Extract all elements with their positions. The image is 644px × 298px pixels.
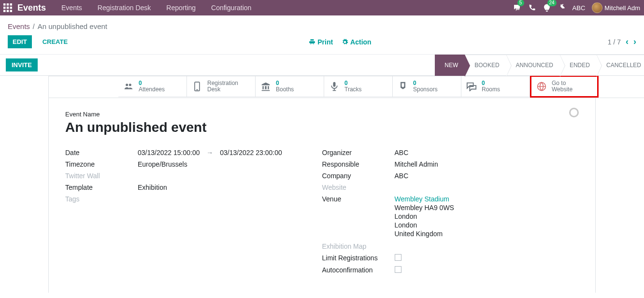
stat-tracks[interactable]: 0Tracks [324, 76, 393, 97]
messaging-badge: 5 [517, 0, 524, 6]
website-value [395, 184, 579, 191]
tags-value [138, 195, 322, 203]
twitter-wall-value [138, 172, 322, 180]
status-row: INVITE NEW BOOKED ANNOUNCED ENDED CANCEL… [0, 55, 644, 76]
stage-bar: NEW BOOKED ANNOUNCED ENDED CANCELLED [435, 55, 644, 76]
stat-booths[interactable]: 0Booths [256, 76, 324, 97]
stat-attendees-label: Attendees [139, 86, 165, 93]
edit-button[interactable]: EDIT [8, 35, 32, 48]
company-value[interactable]: ABC [395, 172, 579, 180]
breadcrumb-current: An unpublished event [38, 22, 107, 30]
users-icon [123, 82, 134, 91]
template-label: Template [65, 184, 138, 191]
autoconfirmation-checkbox[interactable] [395, 266, 401, 273]
bank-icon [260, 82, 271, 91]
stage-new[interactable]: NEW [435, 55, 465, 76]
phone-icon[interactable] [528, 4, 536, 12]
create-button[interactable]: CREATE [38, 35, 72, 48]
badge-icon [398, 82, 408, 91]
limit-registrations-label: Limit Registrations [322, 254, 395, 262]
microphone-icon [329, 82, 340, 91]
invite-button[interactable]: INVITE [6, 58, 38, 71]
arrow-right-icon: → [206, 149, 213, 156]
action-center: Print Action [309, 38, 371, 46]
exhibition-map-label: Exhibition Map [322, 242, 395, 250]
activities-badge: 24 [547, 0, 557, 6]
company-label: Company [322, 172, 395, 180]
responsible-value[interactable]: Mitchell Admin [395, 160, 579, 168]
apps-icon[interactable] [0, 0, 15, 15]
top-nav-right: 5 24 ABC Mitchell Adm [513, 2, 644, 13]
svg-rect-6 [3, 10, 6, 13]
organizer-value[interactable]: ABC [395, 149, 579, 156]
stage-ended[interactable]: ENDED [560, 55, 597, 76]
stat-rooms[interactable]: 0Rooms [461, 76, 530, 97]
svg-rect-1 [7, 3, 9, 6]
nav-item-configuration[interactable]: Configuration [203, 4, 259, 12]
pager-prev[interactable]: ‹ [626, 37, 629, 47]
stat-regdesk-l2: Desk [207, 86, 238, 93]
stat-sponsors[interactable]: 0Sponsors [393, 76, 461, 97]
col-left: Date 03/13/2022 15:00:00 → 03/13/2022 23… [65, 149, 322, 278]
autoconfirmation-label: Autoconfirmation [322, 266, 395, 274]
stat-registration-desk[interactable]: RegistrationDesk [187, 76, 256, 97]
app-title[interactable]: Events [15, 3, 54, 13]
print-button[interactable]: Print [309, 38, 333, 46]
venue-value: Wembley Stadium Wembley HA9 0WS London L… [395, 195, 579, 239]
date-start: 03/13/2022 15:00:00 [138, 149, 200, 156]
responsible-label: Responsible [322, 160, 395, 168]
svg-rect-5 [10, 7, 13, 9]
pager: 1 / 7 ‹ › [608, 37, 636, 47]
comments-icon [466, 82, 477, 91]
top-nav-left: Events Events Registration Desk Reportin… [0, 0, 259, 15]
venue-line3: London [395, 213, 579, 220]
svg-rect-4 [7, 7, 9, 9]
venue-line4: London [395, 221, 579, 229]
twitter-wall-label: Twitter Wall [65, 172, 138, 180]
stage-cancelled[interactable]: CANCELLED [597, 55, 644, 76]
debug-icon[interactable] [558, 4, 566, 12]
user-name: Mitchell Adm [602, 4, 640, 12]
top-nav: Events Events Registration Desk Reportin… [0, 0, 644, 15]
kanban-state-dot[interactable] [569, 108, 579, 117]
organizer-label: Organizer [322, 149, 395, 156]
pager-count: 1 / 7 [608, 38, 621, 46]
nav-item-registration-desk[interactable]: Registration Desk [90, 4, 159, 12]
venue-name[interactable]: Wembley Stadium [395, 195, 579, 203]
svg-rect-0 [3, 3, 6, 6]
activities-icon[interactable]: 24 [543, 3, 551, 12]
website-field-label: Website [322, 184, 395, 191]
print-icon [309, 39, 315, 45]
stat-attendees[interactable]: 0Attendees [118, 76, 187, 97]
venue-line2: Wembley HA9 0WS [395, 204, 579, 212]
company-selector[interactable]: ABC [572, 4, 586, 12]
limit-registrations-checkbox[interactable] [395, 254, 401, 261]
exhibition-map-value [395, 242, 579, 250]
messaging-icon[interactable]: 5 [513, 3, 521, 12]
nav-item-events[interactable]: Events [54, 4, 90, 12]
breadcrumb-root[interactable]: Events [8, 22, 30, 30]
print-label: Print [317, 38, 333, 46]
stage-booked[interactable]: BOOKED [465, 55, 506, 76]
action-button[interactable]: Action [342, 38, 372, 46]
company-name: ABC [572, 4, 586, 12]
date-value: 03/13/2022 15:00:00 → 03/13/2022 23:00:0… [138, 149, 322, 156]
date-label: Date [65, 149, 138, 156]
event-name-value: An unpublished event [65, 120, 579, 135]
mobile-icon [192, 82, 202, 91]
action-bar: EDIT CREATE Print Action 1 / 7 ‹ › [0, 30, 644, 54]
stat-go-to-website[interactable]: Go toWebsite [530, 75, 599, 98]
svg-rect-3 [3, 7, 6, 9]
user-menu[interactable]: Mitchell Adm [592, 2, 640, 13]
action-label: Action [350, 38, 372, 46]
col-right: OrganizerABC ResponsibleMitchell Admin C… [322, 149, 579, 278]
form-columns: Date 03/13/2022 15:00:00 → 03/13/2022 23… [65, 149, 579, 278]
pager-next[interactable]: › [633, 37, 636, 47]
stage-announced[interactable]: ANNOUNCED [506, 55, 560, 76]
nav-item-reporting[interactable]: Reporting [158, 4, 203, 12]
svg-rect-8 [10, 10, 13, 13]
stat-sponsors-label: Sponsors [413, 86, 438, 93]
gear-icon [342, 39, 348, 45]
template-value[interactable]: Exhibition [138, 184, 322, 191]
stat-row-lead [48, 76, 118, 98]
